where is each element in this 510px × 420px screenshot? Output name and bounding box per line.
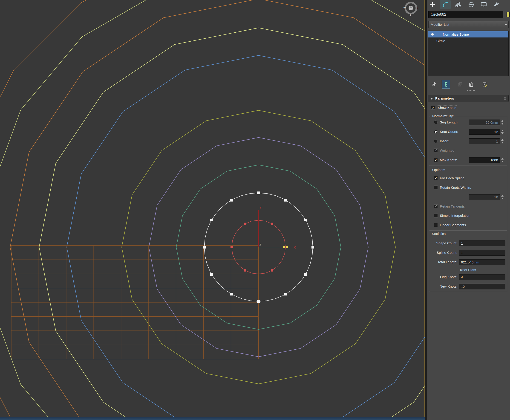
configure-modifier-sets-button[interactable] <box>480 80 489 89</box>
retain-knots-within-checkbox[interactable] <box>434 186 438 189</box>
tab-hierarchy[interactable] <box>453 0 464 9</box>
seg-length-label: Seg Length: <box>440 120 458 124</box>
configure-icon <box>482 82 488 87</box>
spline-knot[interactable] <box>244 269 246 271</box>
new-knots-label: New Knots: <box>429 284 457 288</box>
spline-knot[interactable] <box>230 199 233 202</box>
max-knots-spinner[interactable] <box>501 157 504 163</box>
spline-knot[interactable] <box>284 293 287 295</box>
spline-knot[interactable] <box>312 246 314 248</box>
weighted-checkbox[interactable] <box>434 149 438 152</box>
spline-count-row: Spline Count: 1 <box>429 250 507 256</box>
rollout-pin-box[interactable] <box>504 98 506 99</box>
tab-utilities[interactable] <box>491 0 502 9</box>
new-knots-value: 12 <box>459 284 505 289</box>
simple-interpolation-label: Simple Interpolation <box>440 214 471 218</box>
tab-modify[interactable] <box>440 0 451 9</box>
show-end-result-button[interactable] <box>442 80 450 89</box>
for-each-spline-label: For Each Spline <box>440 176 464 180</box>
toolbar-separator <box>440 81 440 88</box>
spline-knot[interactable] <box>304 219 307 221</box>
retain-knots-value-row: 10 <box>429 194 507 201</box>
retain-knots-within-input[interactable]: 10 <box>469 194 500 200</box>
spline-circle-yellowgreen-outer[interactable] <box>0 0 425 417</box>
retain-tangents-label: Retain Tangents <box>440 204 465 208</box>
seg-length-row: Seg Length: 20.0mm <box>429 119 507 126</box>
linear-segments-label: Linear Segments <box>440 223 466 227</box>
max-knots-input[interactable]: 1000 <box>469 157 500 163</box>
group-title: Options: <box>431 168 446 172</box>
axis-label-z: Z <box>259 243 261 247</box>
insert-spinner[interactable] <box>501 138 504 144</box>
modifier-stack: Normalize Spline Circle <box>428 30 509 76</box>
insert-input[interactable]: 1 <box>469 138 500 144</box>
spline-knot[interactable] <box>271 223 273 225</box>
spline-knot[interactable] <box>210 273 213 276</box>
pin-stack-button[interactable] <box>429 80 438 89</box>
spline-knot[interactable] <box>203 246 206 248</box>
trash-icon <box>468 82 474 87</box>
spline-count-value: 1 <box>459 250 505 256</box>
for-each-spline-row: For Each Spline <box>429 175 507 182</box>
group-options: Options: For Each Spline Retain Knots Wi… <box>429 170 507 231</box>
tab-display[interactable] <box>479 0 489 9</box>
modifier-list-dropdown[interactable]: Modifier List <box>428 21 509 28</box>
group-title: Normalize By: <box>431 114 455 118</box>
shape-count-value: 1 <box>459 240 505 246</box>
make-unique-button[interactable] <box>456 80 464 89</box>
remove-modifier-button[interactable] <box>467 80 475 89</box>
visibility-bulb-icon[interactable] <box>430 32 434 37</box>
viewcube-compass[interactable]: W E S <box>403 0 419 16</box>
retain-tangents-checkbox[interactable] <box>434 204 438 208</box>
orig-knots-label: Orig Knots: <box>429 275 457 279</box>
group-normalize-by: Normalize By: Seg Length: 20.0mm Knot Co… <box>429 116 507 166</box>
seg-length-spinner[interactable] <box>501 120 504 125</box>
seg-length-input[interactable]: 20.0mm <box>469 120 500 125</box>
rollout-drag-handle[interactable] <box>467 90 475 91</box>
simple-interpolation-checkbox[interactable] <box>434 214 438 218</box>
max-knots-checkbox[interactable] <box>434 158 438 162</box>
spline-knot[interactable] <box>284 199 287 202</box>
show-knots-checkbox[interactable] <box>431 106 435 110</box>
axis-label-y: Y <box>259 206 262 210</box>
wrench-icon <box>494 2 499 8</box>
for-each-spline-checkbox[interactable] <box>434 176 438 180</box>
spline-knot[interactable] <box>230 293 233 295</box>
spline-knot[interactable] <box>230 246 233 248</box>
track-bar[interactable] <box>0 417 425 420</box>
spline-knot[interactable] <box>304 273 307 276</box>
group-statistics: Statistics Shape Count: 1 Spline Count: … <box>429 234 507 292</box>
rollout-collapse-icon <box>430 98 433 99</box>
object-name-field[interactable]: Circle002 <box>428 11 503 18</box>
stack-item-normalize-spline[interactable]: Normalize Spline <box>428 31 508 38</box>
knot-count-input[interactable]: 12 <box>469 129 500 135</box>
viewport-canvas[interactable]: XYZ <box>0 0 425 417</box>
knot-count-spinner[interactable] <box>501 129 504 135</box>
axis-label-x: X <box>294 245 296 249</box>
seg-length-radio[interactable] <box>434 120 438 124</box>
spline-knot[interactable] <box>257 300 260 303</box>
rollout-title: Parameters <box>435 96 454 100</box>
max-knots-row: Max Knots: 1000 <box>429 157 507 164</box>
spline-knot[interactable] <box>244 223 246 225</box>
spline-circle-yellow[interactable] <box>39 28 425 417</box>
spline-knot[interactable] <box>210 219 213 221</box>
tab-motion[interactable] <box>466 0 476 9</box>
linear-segments-checkbox[interactable] <box>434 223 438 227</box>
knot-count-radio[interactable] <box>434 130 438 134</box>
tab-create[interactable] <box>427 0 438 9</box>
spline-knot[interactable] <box>271 269 273 271</box>
insert-radio[interactable] <box>434 139 438 143</box>
spline-circle-orange[interactable] <box>10 0 425 417</box>
compass-south-label: S <box>410 14 411 16</box>
object-color-swatch[interactable] <box>507 12 510 17</box>
viewport-3d[interactable]: XYZ W E S <box>0 0 425 417</box>
rollout-header-parameters[interactable]: Parameters <box>428 95 509 102</box>
pushpin-icon <box>431 82 437 87</box>
retain-knots-within-spinner[interactable] <box>501 194 504 200</box>
spline-circle-blue[interactable] <box>67 55 425 417</box>
spline-circle-orange-outer[interactable] <box>0 0 425 417</box>
spline-knot[interactable] <box>257 192 260 194</box>
stack-item-circle[interactable]: Circle <box>428 38 508 44</box>
make-unique-icon <box>457 82 463 87</box>
